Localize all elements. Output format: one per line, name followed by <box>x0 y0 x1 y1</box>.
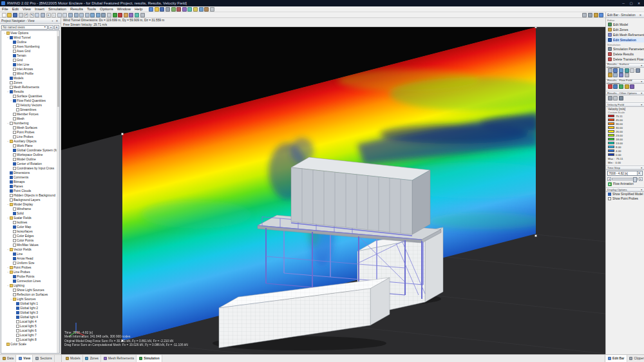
tree-item[interactable]: − Numbering <box>1 121 57 126</box>
tree-item[interactable]: Inlet Arrows <box>1 67 57 71</box>
tree-checkbox[interactable] <box>10 86 13 89</box>
tree-checkbox[interactable] <box>13 298 16 301</box>
tree-item[interactable]: Dimensions <box>1 171 57 175</box>
tree-item[interactable]: − Scalar Fields <box>1 216 57 220</box>
edit-bar-tab[interactable]: Clipper <box>627 355 644 362</box>
tree-checkbox[interactable] <box>13 280 16 283</box>
toolbar-icon[interactable]: ↷ <box>30 13 34 17</box>
tree-item[interactable]: Local light 7 <box>1 333 57 338</box>
menu-toolbar-icon[interactable] <box>199 7 204 12</box>
tree-item[interactable]: Hidden Objects in Background <box>1 193 57 198</box>
surface-quantities-header[interactable]: Results - Surface Quantities ▼ <box>606 63 644 68</box>
tree-checkbox[interactable] <box>13 275 16 278</box>
toolbar-icon[interactable] <box>90 13 95 17</box>
tree-checkbox[interactable] <box>10 77 13 80</box>
result-quantity-icon[interactable] <box>613 73 618 77</box>
tree-checkbox[interactable] <box>13 54 16 57</box>
tree-checkbox[interactable] <box>10 189 13 193</box>
tree-item[interactable]: − Auxiliary Objects <box>1 139 57 144</box>
other-options-header[interactable]: Results - Other Options ▼ <box>606 91 644 95</box>
tree-item[interactable]: Bitmaps <box>1 180 57 184</box>
toolbar-icon[interactable] <box>2 13 6 17</box>
tree-checkbox[interactable] <box>16 329 19 332</box>
toolbar-icon[interactable] <box>41 13 45 17</box>
menu-toolbar-icon[interactable] <box>166 7 170 12</box>
toolbar-icon[interactable] <box>135 13 139 17</box>
tree-item[interactable]: Surface Quantities <box>1 94 57 99</box>
tree-checkbox[interactable] <box>13 289 16 292</box>
tree-checkbox[interactable] <box>13 207 16 211</box>
named-views-button[interactable]: ✕ <box>54 25 59 30</box>
toolbar-icon[interactable] <box>96 13 100 17</box>
navigator-tab[interactable]: Sections <box>33 355 55 362</box>
menu-toolbar-icon[interactable] <box>187 7 192 12</box>
simulation-item[interactable]: Delete Transient Flow Resu... <box>606 57 644 62</box>
menu-item[interactable]: View <box>21 7 33 11</box>
tree-item[interactable]: Isosurfaces <box>1 229 57 234</box>
simulation-item[interactable]: Delete Results <box>606 52 644 57</box>
tree-checkbox[interactable] <box>10 36 13 39</box>
tree-checkbox[interactable] <box>16 307 19 310</box>
tree-item[interactable]: Global light 1 <box>1 301 57 306</box>
tree-item[interactable]: Color Map <box>1 225 57 229</box>
tree-checkbox[interactable] <box>16 316 19 319</box>
tree-item[interactable]: Workspace Outline <box>1 153 57 157</box>
tree-checkbox[interactable] <box>13 239 16 242</box>
toolbar-icon[interactable] <box>124 13 128 17</box>
result-quantity-icon[interactable] <box>608 68 612 73</box>
step-back-button[interactable]: ◄ <box>607 177 611 181</box>
result-quantity-icon[interactable] <box>619 68 623 73</box>
tree-item[interactable]: Inlet Line <box>1 62 57 67</box>
menu-item[interactable]: Simulation <box>46 7 68 11</box>
menu-item[interactable]: Help <box>133 7 144 11</box>
result-option-icon[interactable] <box>613 96 618 100</box>
toolbar-icon[interactable] <box>7 13 12 17</box>
menu-toolbar-icon[interactable] <box>155 7 159 12</box>
tree-item[interactable]: Line Probes <box>1 135 57 139</box>
pin-icon[interactable]: ▪ <box>50 19 55 23</box>
tree-checkbox[interactable] <box>13 225 16 229</box>
tree-checkbox[interactable] <box>16 338 19 341</box>
toolbar-icon[interactable]: + <box>46 13 51 17</box>
tree-item[interactable]: Global light 4 <box>1 315 57 319</box>
close-button[interactable]: ✕ <box>635 1 643 5</box>
tree-checkbox[interactable] <box>13 212 16 215</box>
tree-item[interactable]: Zones <box>1 81 57 85</box>
tree-checkbox[interactable] <box>13 126 16 129</box>
toolbar-icon[interactable] <box>140 13 145 17</box>
toolbar-icon[interactable] <box>594 13 598 17</box>
menu-toolbar-icon[interactable] <box>182 7 187 12</box>
time-step-header[interactable]: Time Step ▼ <box>606 166 644 170</box>
tree-item[interactable]: Local light 5 <box>1 324 57 329</box>
tree-checkbox[interactable] <box>10 271 13 274</box>
tree-checkbox[interactable] <box>13 59 16 62</box>
result-quantity-icon[interactable] <box>625 84 629 89</box>
result-quantity-icon[interactable] <box>608 84 612 89</box>
tree-checkbox[interactable] <box>10 176 13 179</box>
tree-item[interactable]: Axes Grid <box>1 49 57 53</box>
toolbar-icon[interactable] <box>68 13 73 17</box>
tree-item[interactable]: Mesh <box>1 117 57 121</box>
play-icon[interactable]: ▶ <box>608 182 612 186</box>
tree-checkbox[interactable] <box>13 144 16 148</box>
result-quantity-icon[interactable] <box>630 68 634 73</box>
tree-item[interactable]: Uniform Size <box>1 261 57 265</box>
workflow-tab[interactable]: Mesh Refinements <box>101 355 137 362</box>
edit-bar-tab[interactable]: Edit Bar <box>605 355 627 362</box>
menu-item[interactable]: Window <box>115 7 133 11</box>
time-step-slider[interactable] <box>612 178 638 181</box>
tree-checkbox[interactable] <box>10 216 13 220</box>
tree-scrollbar[interactable] <box>57 31 59 353</box>
tree-item[interactable]: − Flow Field Quantities <box>1 99 57 103</box>
viewport-3d[interactable]: Wind Tunnel Dimensions: Dx = 119.699 m, … <box>61 18 605 354</box>
tree-item[interactable]: Global light 3 <box>1 310 57 315</box>
tree-item[interactable]: Axes Numbering <box>1 44 57 49</box>
tree-item[interactable]: Terrain <box>1 53 57 58</box>
tree-item[interactable]: Grid <box>1 58 57 62</box>
tree-item[interactable]: Mesh Refinements <box>1 85 57 90</box>
tree-item[interactable]: Comments <box>1 175 57 180</box>
tree-item[interactable]: Streamlines <box>1 108 57 112</box>
result-quantity-icon[interactable] <box>636 68 640 73</box>
simulation-item[interactable]: Simulation Parameters... <box>606 46 644 52</box>
toolbar-icon[interactable] <box>118 13 122 17</box>
